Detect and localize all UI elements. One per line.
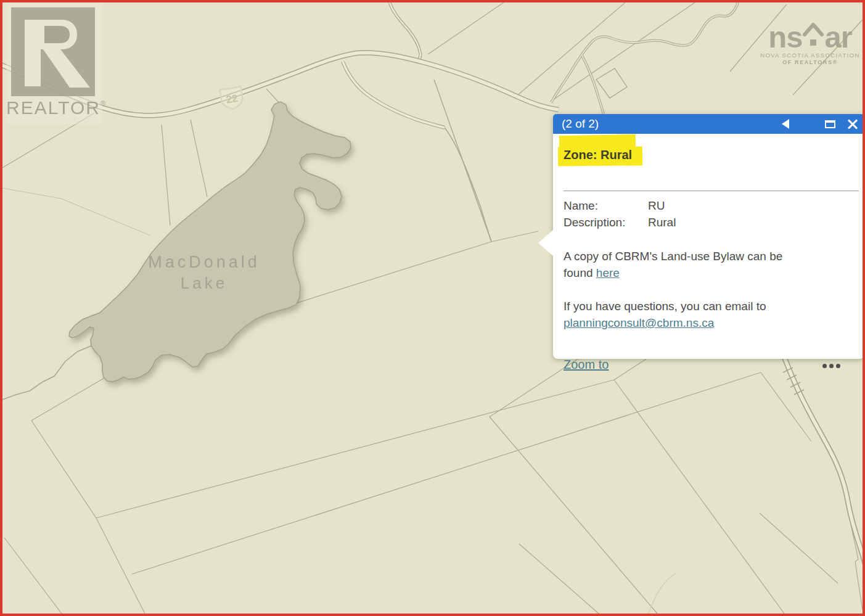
email-paragraph-line2: planningconsult@cbrm.ns.ca	[564, 316, 714, 330]
zoom-to-link[interactable]: Zoom to	[564, 358, 609, 371]
realtor-watermark-logo: REALTOR®	[6, 4, 102, 125]
realtor-wordmark: REALTOR®	[6, 97, 102, 118]
feature-info-popup: (2 of 2) Zone: Rural Name: RU Descriptio…	[553, 114, 864, 359]
zoom-to-action: Zoom to	[564, 358, 609, 372]
nsar-subtitle-line2: OF REALTORS®	[756, 59, 864, 65]
bylaw-here-link[interactable]: here	[596, 266, 620, 279]
lake-label-line1: MacDonald	[148, 253, 260, 271]
popup-callout-pointer	[538, 230, 553, 256]
realtor-r-emblem	[6, 4, 102, 96]
planning-email-link[interactable]: planningconsult@cbrm.ns.ca	[564, 316, 714, 329]
maximize-icon[interactable]	[825, 120, 835, 128]
registered-trademark-symbol: ®	[100, 99, 105, 107]
route-shield-number: 22	[225, 92, 239, 106]
house-roof-icon	[803, 21, 824, 49]
map-viewport[interactable]: MacDonald Lake 22 REALTOR® ns	[0, 0, 865, 616]
divider-line	[564, 191, 859, 191]
nsar-ns-text: ns	[768, 25, 802, 49]
close-icon[interactable]	[847, 118, 858, 129]
route-22-shield: 22	[220, 87, 244, 111]
popup-pagination-title: (2 of 2)	[562, 117, 599, 131]
popup-header: (2 of 2)	[553, 114, 864, 134]
nsar-subtitle-line1: NOVA SCOTIA ASSOCIATION	[756, 52, 864, 59]
popup-body: Zone: Rural Name: RU Description: Rural …	[553, 134, 864, 359]
previous-feature-button[interactable]	[782, 119, 789, 129]
nsar-ar-text: ar	[824, 25, 851, 49]
branch-road	[343, 62, 445, 128]
nsar-watermark-logo: ns ar NOVA SCOTIA ASSOCIATION OF REALTOR…	[756, 15, 864, 69]
field-label-name: Name:	[564, 199, 598, 213]
email-paragraph-line1: If you have questions, you can email to	[564, 300, 766, 313]
zone-heading: Zone: Rural	[564, 148, 632, 162]
small-square-parcel	[596, 68, 627, 98]
ellipsis-more-options-icon[interactable]	[820, 364, 840, 368]
macdonald-lake: MacDonald Lake	[69, 102, 351, 382]
bylaw-paragraph-line1: A copy of CBRM's Land-use Bylaw can be	[564, 250, 782, 263]
field-value-description: Rural	[648, 216, 676, 229]
lake-label-line2: Lake	[181, 274, 228, 292]
field-value-name: RU	[648, 199, 665, 213]
field-label-description: Description:	[564, 216, 625, 229]
bylaw-paragraph-line2: found here	[564, 266, 620, 280]
